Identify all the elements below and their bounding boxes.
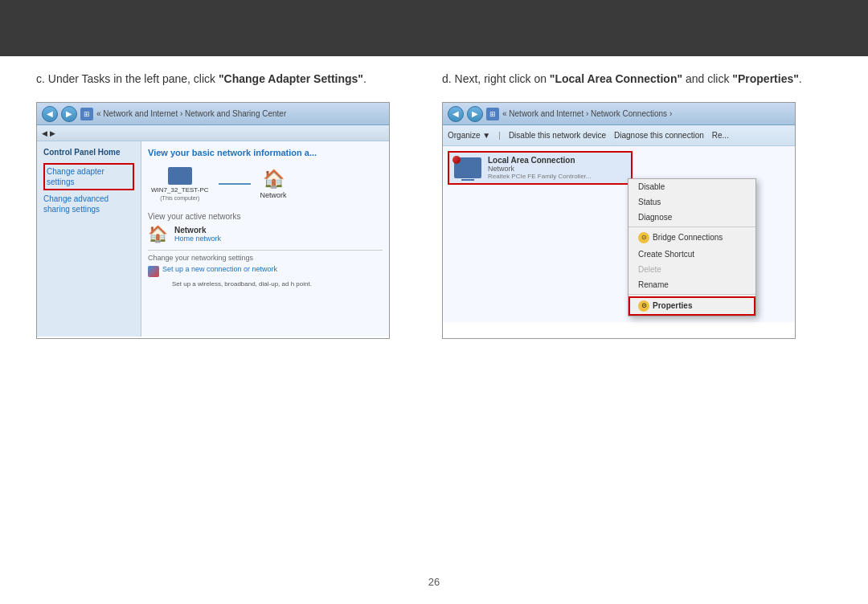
props-icon: ⊙ xyxy=(638,300,649,312)
bridge-icon: ⊙ xyxy=(638,232,649,243)
right-instruction-middle: and click xyxy=(682,72,732,85)
active-network-item: 🏠 Network Home network xyxy=(148,224,383,243)
cp-view-title: View your basic network information a... xyxy=(148,148,383,157)
left-column: c. Under Tasks in the left pane, click "… xyxy=(36,71,426,339)
cp-toolbar: ◀ ▶ xyxy=(37,125,389,141)
ctx-status[interactable]: Status xyxy=(628,194,755,210)
settings-label: Change your networking settings xyxy=(148,254,383,262)
conn-status-indicator xyxy=(452,156,461,164)
address-icon: ⊞ xyxy=(80,108,93,120)
cp-sidebar: Control Panel Home Change adapter settin… xyxy=(37,141,141,337)
left-titlebar: ◀ ▶ ⊞ « Network and Internet › Network a… xyxy=(37,103,389,125)
left-instruction-after: . xyxy=(363,72,366,85)
conn-icon-wrapper xyxy=(454,157,481,178)
conn-stand xyxy=(461,179,474,181)
change-sharing-link[interactable]: Change advanced sharing settings xyxy=(43,194,134,214)
right-instruction-bold2: "Properties" xyxy=(732,72,799,85)
conn-name: Local Area Connection xyxy=(488,156,591,165)
setup-connection-link[interactable]: Set up a new connection or network xyxy=(162,265,312,273)
nc-toolbar: Organize ▼ | Disable this network device… xyxy=(443,125,795,146)
network-icon-item: 🏠 Network xyxy=(260,169,287,199)
computer-sub: (This computer) xyxy=(160,195,199,201)
ctx-sep1 xyxy=(628,226,755,227)
left-instruction: c. Under Tasks in the left pane, click "… xyxy=(36,71,426,88)
active-network-info: Network Home network xyxy=(174,226,221,243)
diagnose-btn[interactable]: Diagnose this connection xyxy=(614,131,704,140)
back-btn[interactable]: ◀ xyxy=(42,106,58,122)
conn-adapter: Realtek PCIe FE Family Controller... xyxy=(488,173,591,180)
cp-main-content: View your basic network information a...… xyxy=(141,141,389,337)
active-networks-label: View your active networks xyxy=(148,212,383,221)
forward-btn[interactable]: ▶ xyxy=(61,106,77,122)
active-network-type: Home network xyxy=(174,235,221,243)
settings-item1: Set up a new connection or network Set u… xyxy=(148,265,383,289)
active-networks-section: View your active networks 🏠 Network Home… xyxy=(148,212,383,243)
right-instruction-letter: d. xyxy=(442,72,452,85)
settings-divider xyxy=(148,250,383,251)
conn-network: Network xyxy=(488,165,591,173)
change-adapter-settings-link[interactable]: Change adapter settings xyxy=(43,163,134,190)
rename-btn[interactable]: Re... xyxy=(712,131,729,140)
computer-label: WIN7_32_TEST-PC xyxy=(151,186,209,194)
cp-sidebar-title: Control Panel Home xyxy=(43,148,134,157)
top-bar xyxy=(0,0,868,56)
ctx-sep2 xyxy=(628,294,755,295)
ctx-diagnose[interactable]: Diagnose xyxy=(628,210,755,225)
organize-btn[interactable]: Organize ▼ xyxy=(448,131,490,140)
right-breadcrumb: « Network and Internet › Network Connect… xyxy=(502,109,672,118)
ctx-properties[interactable]: ⊙Properties xyxy=(628,296,755,316)
local-area-connection-item[interactable]: Local Area Connection Network Realtek PC… xyxy=(448,151,633,185)
left-breadcrumb: « Network and Internet › Network and Sha… xyxy=(96,109,286,118)
right-back-btn[interactable]: ◀ xyxy=(448,106,464,122)
right-instruction-after: . xyxy=(799,72,802,85)
right-screenshot: ◀ ▶ ⊞ « Network and Internet › Network C… xyxy=(442,102,796,339)
ctx-rename[interactable]: Rename xyxy=(628,277,755,292)
network-map: WIN7_32_TEST-PC (This computer) 🏠 Networ… xyxy=(148,164,383,204)
network-line xyxy=(219,183,251,185)
disable-btn[interactable]: Disable this network device xyxy=(509,131,606,140)
ctx-disable[interactable]: Disable xyxy=(628,179,755,194)
settings-icon1 xyxy=(148,266,159,277)
nc-body: Local Area Connection Network Realtek PC… xyxy=(443,146,795,322)
right-instruction-bold1: "Local Area Connection" xyxy=(550,72,682,85)
right-forward-btn[interactable]: ▶ xyxy=(467,106,483,122)
right-column: d. Next, right click on "Local Area Conn… xyxy=(442,71,832,339)
right-instruction: d. Next, right click on "Local Area Conn… xyxy=(442,71,832,88)
ctx-delete: Delete xyxy=(628,262,755,277)
cp-body: Control Panel Home Change adapter settin… xyxy=(37,141,389,337)
settings-section: Change your networking settings Set up a… xyxy=(148,250,383,289)
cp-back: ◀ ▶ xyxy=(42,129,55,137)
computer-icon xyxy=(168,167,192,185)
conn-details: Local Area Connection Network Realtek PC… xyxy=(488,156,591,180)
context-menu: Disable Status Diagnose ⊙Bridge Connecti… xyxy=(628,178,756,316)
ctx-shortcut[interactable]: Create Shortcut xyxy=(628,247,755,262)
left-instruction-before: Under Tasks in the left pane, click xyxy=(48,72,219,85)
page-number: 26 xyxy=(428,576,440,588)
network-item-label: Network xyxy=(260,191,287,199)
active-network-name: Network xyxy=(174,226,221,235)
right-address-icon: ⊞ xyxy=(486,108,499,120)
house-icon: 🏠 xyxy=(263,169,285,190)
right-titlebar: ◀ ▶ ⊞ « Network and Internet › Network C… xyxy=(443,103,795,125)
computer-item: WIN7_32_TEST-PC (This computer) xyxy=(151,167,209,201)
settings-text1: Set up a new connection or network Set u… xyxy=(162,265,312,289)
active-house-icon: 🏠 xyxy=(148,224,168,243)
left-screenshot: ◀ ▶ ⊞ « Network and Internet › Network a… xyxy=(36,102,390,339)
setup-connection-desc: Set up a wireless, broadband, dial-up, a… xyxy=(172,280,312,288)
ctx-bridge[interactable]: ⊙Bridge Connections xyxy=(628,229,755,247)
right-instruction-before: Next, right click on xyxy=(455,72,550,85)
left-instruction-bold: "Change Adapter Settings" xyxy=(219,72,363,85)
left-instruction-letter: c. xyxy=(36,72,45,85)
